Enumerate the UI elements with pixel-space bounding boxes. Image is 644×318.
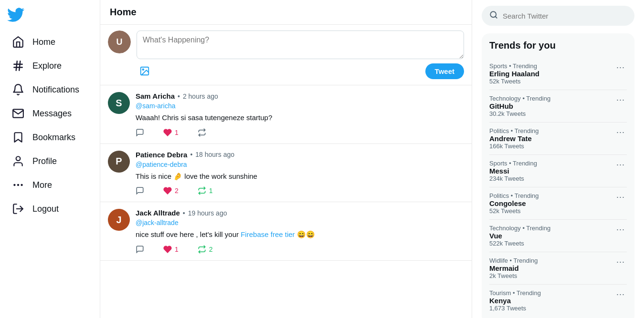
- tweet-card: S Sam Aricha • 2 hours ago @sam-aricha W…: [100, 85, 472, 144]
- sidebar-item-notifications-label: Notifications: [32, 85, 79, 95]
- person-icon: [11, 154, 25, 168]
- search-bar: [482, 6, 634, 26]
- tweet-card: P Patience Debra • 18 hours ago @patienc…: [100, 144, 472, 203]
- tweet-time: 19 hours ago: [188, 209, 227, 217]
- sidebar-item-explore-label: Explore: [32, 61, 62, 71]
- home-icon: [11, 35, 25, 49]
- like-count: 1: [175, 129, 179, 136]
- tweet-link[interactable]: Firebase free tier: [241, 230, 295, 238]
- trend-more-button[interactable]: ···: [614, 95, 627, 105]
- svg-point-4: [16, 156, 21, 161]
- sidebar-item-messages-label: Messages: [32, 109, 72, 119]
- trend-item[interactable]: Sports • Trending Erling Haaland 52k Twe…: [489, 58, 627, 90]
- trend-more-button[interactable]: ···: [614, 225, 627, 235]
- twitter-bird-icon: [7, 6, 24, 23]
- tweet-handle[interactable]: @jack-alltrade: [136, 219, 464, 226]
- sidebar-item-bookmarks-label: Bookmarks: [32, 133, 75, 143]
- tweet-author-name: Jack Alltrade: [136, 209, 180, 217]
- trend-item[interactable]: Politics • Trending Congolese 52k Tweets…: [489, 187, 627, 220]
- trend-item[interactable]: Technology • Trending GitHub 30.2k Tweet…: [489, 90, 627, 123]
- tweet-header: Jack Alltrade • 19 hours ago: [136, 209, 464, 217]
- svg-line-12: [495, 16, 496, 18]
- retweet-button[interactable]: 1: [198, 186, 213, 195]
- hash-icon: [11, 59, 25, 72]
- twitter-logo[interactable]: [6, 5, 26, 25]
- like-button[interactable]: 1: [163, 245, 179, 254]
- retweet-icon: [198, 128, 206, 137]
- tweet-handle[interactable]: @sam-aricha: [136, 102, 464, 110]
- heart-icon: [163, 245, 172, 254]
- comment-button[interactable]: [136, 245, 144, 254]
- tweet-actions: 1 2: [136, 245, 464, 254]
- avatar: S: [108, 92, 130, 114]
- sidebar-item-profile[interactable]: Profile: [6, 150, 94, 173]
- bell-icon: [11, 83, 25, 96]
- trend-info: Widlife • Trending Mermaid 2k Tweets: [489, 257, 614, 279]
- tweet-handle[interactable]: @patience-debra: [136, 161, 464, 168]
- compose-input[interactable]: [137, 31, 464, 59]
- tweet-author-name: Sam Aricha: [136, 92, 175, 100]
- like-count: 1: [175, 246, 179, 253]
- tweet-body: Jack Alltrade • 19 hours ago @jack-alltr…: [136, 209, 464, 254]
- tweet-body: Sam Aricha • 2 hours ago @sam-aricha Waa…: [136, 92, 464, 137]
- trend-item[interactable]: Technology • Trending Vue 522k Tweets ··…: [489, 220, 627, 252]
- trend-more-button[interactable]: ···: [614, 127, 627, 137]
- sidebar-item-logout[interactable]: Logout: [6, 197, 94, 220]
- tweet-time: 2 hours ago: [183, 92, 218, 100]
- compose-avatar: U: [108, 31, 131, 53]
- comment-icon: [136, 186, 144, 195]
- comment-icon: [136, 245, 144, 254]
- retweet-count: 1: [209, 187, 213, 195]
- tweet-actions: 1: [136, 128, 464, 137]
- trends-box: Trends for you Sports • Trending Erling …: [482, 33, 634, 318]
- trend-item[interactable]: Politics • Trending Andrew Tate 166k Twe…: [489, 123, 627, 155]
- tweet-text: Waaah! Chris si sasa tutengeneze startup…: [136, 113, 464, 123]
- search-input[interactable]: [503, 12, 627, 20]
- tweet-button[interactable]: Tweet: [425, 63, 464, 79]
- trend-more-button[interactable]: ···: [614, 289, 627, 299]
- trends-title: Trends for you: [489, 40, 627, 51]
- heart-icon: [163, 128, 172, 137]
- retweet-button[interactable]: [198, 128, 206, 137]
- tweet-header: Patience Debra • 18 hours ago: [136, 151, 464, 159]
- trend-more-button[interactable]: ···: [614, 192, 627, 202]
- sidebar-item-home-label: Home: [32, 37, 55, 47]
- sidebar-item-explore[interactable]: Explore: [6, 54, 94, 77]
- like-button[interactable]: 1: [163, 128, 179, 137]
- svg-point-10: [142, 69, 144, 70]
- svg-point-7: [14, 185, 15, 185]
- retweet-button[interactable]: 2: [198, 245, 213, 254]
- sidebar-item-home[interactable]: Home: [6, 31, 94, 53]
- comment-button[interactable]: [136, 186, 144, 195]
- compose-toolbar: Tweet: [137, 63, 464, 79]
- tweet-text: This is nice 🤌 love the work sunshine: [136, 171, 464, 182]
- tweet-text: nice stuff ove here , let's kill your Fi…: [136, 229, 464, 240]
- like-button[interactable]: 2: [163, 186, 179, 195]
- comment-icon: [136, 128, 144, 137]
- tweet-body: Patience Debra • 18 hours ago @patience-…: [136, 151, 464, 195]
- sidebar-item-bookmarks[interactable]: Bookmarks: [6, 126, 94, 149]
- more-icon: [11, 178, 25, 192]
- sidebar-item-messages[interactable]: Messages: [6, 102, 94, 125]
- svg-line-2: [16, 61, 17, 71]
- sidebar-item-more[interactable]: More: [6, 174, 94, 196]
- search-icon: [489, 10, 498, 21]
- sidebar-item-more-label: More: [32, 180, 52, 190]
- avatar: J: [108, 209, 130, 231]
- like-count: 2: [175, 187, 179, 195]
- compose-area: U Tweet: [100, 25, 472, 85]
- sidebar-item-profile-label: Profile: [32, 156, 57, 166]
- media-upload-button[interactable]: [137, 63, 153, 79]
- image-icon: [139, 66, 150, 76]
- sidebar-item-notifications[interactable]: Notifications: [6, 78, 94, 101]
- trend-info: Sports • Trending Erling Haaland 52k Twe…: [489, 62, 614, 85]
- trend-more-button[interactable]: ···: [614, 160, 627, 170]
- tweet-card: J Jack Alltrade • 19 hours ago @jack-all…: [100, 202, 472, 261]
- trend-item[interactable]: Sports • Trending Messi 234k Tweets ···: [489, 155, 627, 187]
- trend-more-button[interactable]: ···: [614, 257, 627, 267]
- trend-more-button[interactable]: ···: [614, 62, 627, 72]
- heart-icon: [163, 186, 172, 195]
- trend-item[interactable]: Tourism • Trending Kenya 1,673 Tweets ··…: [489, 285, 627, 317]
- comment-button[interactable]: [136, 128, 144, 137]
- trend-item[interactable]: Widlife • Trending Mermaid 2k Tweets ···: [489, 252, 627, 285]
